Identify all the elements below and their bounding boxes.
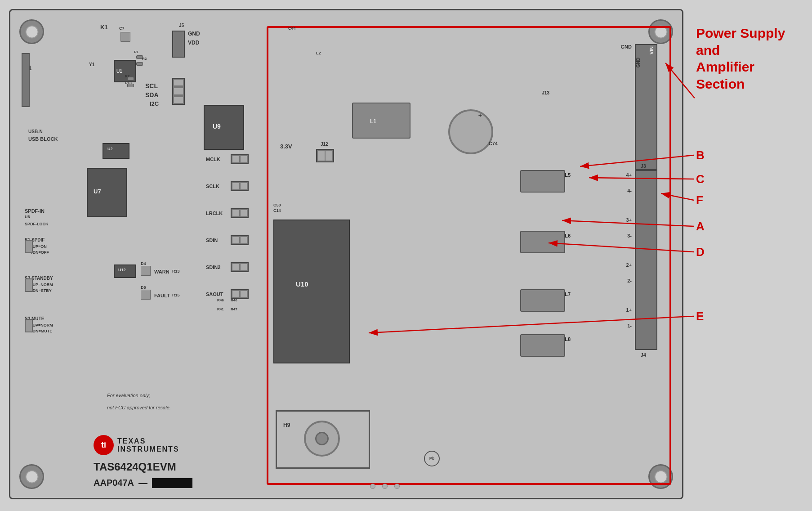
label-l6: L6 — [565, 233, 571, 238]
label-vdd-j5: VDD — [188, 40, 199, 46]
label-u7: U7 — [94, 188, 101, 195]
eval-text-line1: For evaluation only; — [107, 393, 171, 398]
label-j12: J12 — [321, 142, 328, 147]
arrow-label-D: D — [696, 245, 705, 259]
pb-text: Pb — [429, 457, 435, 461]
label-ch3minus: 3- — [627, 233, 632, 238]
switch-s3 — [25, 319, 33, 332]
arrow-label-C: C — [696, 172, 705, 186]
arrow-label-B: B — [696, 148, 705, 162]
label-r46: R46 — [217, 298, 224, 302]
ti-logo-circle: ti — [94, 435, 114, 455]
label-s1-dn: ↓DN=OFF — [31, 250, 49, 255]
label-r40: R40 — [231, 298, 237, 302]
ti-name: TEXAS — [117, 437, 179, 445]
connector-j7 — [172, 78, 185, 105]
label-scl: SCL — [145, 82, 158, 90]
label-j13: J13 — [542, 90, 549, 95]
eval-text-line2: not FCC approved for resale. — [107, 405, 171, 410]
label-ch1plus: 1+ — [626, 307, 632, 313]
connector-j1 — [22, 53, 30, 107]
label-y1: Y1 — [89, 62, 94, 67]
label-ch4plus: 4+ — [626, 172, 632, 178]
label-saout: SAOUT — [206, 291, 223, 297]
inductor-l7 — [520, 289, 565, 312]
ic-u2 — [103, 143, 129, 159]
label-l1: L1 — [370, 118, 376, 125]
label-spdf-lock: SPDF-LOCK — [25, 222, 49, 226]
section-line: Section — [696, 76, 785, 93]
amplifier-line: Amplifier — [696, 58, 785, 76]
label-sdin: SDIN — [206, 238, 218, 243]
h9-circle — [304, 421, 340, 457]
label-fault: FAULT — [154, 293, 170, 298]
label-ch4minus: 4- — [627, 188, 632, 193]
cap-c7 — [120, 32, 130, 42]
mounting-hole-tl — [19, 19, 44, 44]
inductor-l8 — [520, 334, 565, 357]
connector-j5 — [172, 31, 185, 58]
connector-j12 — [316, 149, 334, 162]
board-title: TAS6424Q1EVM — [94, 461, 176, 473]
conn-sclk — [231, 181, 249, 191]
via-2 — [382, 484, 388, 489]
label-s2-up: ↑UP=NORM — [31, 282, 53, 287]
label-u6: U6 — [25, 215, 30, 219]
label-mclk: MCLK — [206, 157, 220, 162]
label-sdin2: SDIN2 — [206, 264, 220, 270]
ti-logo-text: ti — [101, 440, 106, 450]
mounting-hole-bl — [19, 464, 44, 489]
label-ch3plus: 3+ — [626, 217, 632, 223]
conn-saout — [231, 289, 249, 299]
label-spdf-in: SPDF-IN — [25, 208, 45, 214]
label-r7: R7 — [125, 74, 129, 78]
switch-s1 — [25, 240, 33, 253]
label-c7: C7 — [119, 26, 125, 31]
label-j4: J4 — [641, 352, 646, 358]
ic-u7 — [87, 168, 127, 217]
conn-lrclk — [231, 208, 249, 218]
label-lrclk: LRCLK — [206, 211, 223, 216]
label-r18: R18 — [125, 81, 132, 85]
label-j5: J5 — [179, 23, 184, 28]
label-s3-up: ↑UP=NORM — [31, 323, 53, 327]
label-d4: D4 — [141, 261, 146, 266]
label-u10: U10 — [296, 280, 308, 288]
label-warn: WARN — [154, 269, 170, 274]
label-l5: L5 — [565, 172, 571, 178]
conn-sdin2 — [231, 262, 249, 272]
label-r2: R2 — [142, 57, 147, 61]
pcb-board: K1 J1 USB BLOCK USB-N U1 Y1 C7 U7 SPDF-I… — [9, 9, 683, 499]
res-r2 — [136, 62, 143, 66]
label-r15: R15 — [172, 293, 180, 297]
arrow-label-E: E — [696, 309, 704, 323]
ti-name-container: TEXAS INSTRUMENTS — [117, 437, 179, 453]
inductor-l5 — [520, 170, 565, 193]
label-r1: R1 — [134, 50, 138, 54]
label-j3: J3 — [641, 163, 646, 169]
label-l8: L8 — [565, 336, 571, 342]
label-h9: H9 — [283, 422, 290, 428]
arrow-label-A: A — [696, 220, 705, 233]
label-vin: VIN — [649, 46, 654, 54]
label-sda: SDA — [145, 91, 159, 99]
label-l2: L2 — [316, 51, 321, 55]
inductor-l1 — [352, 103, 410, 139]
led-warn — [141, 266, 151, 276]
ti-logo-area: ti TEXAS INSTRUMENTS — [94, 435, 179, 455]
vias-bottom — [370, 484, 400, 489]
board-part-dash: — — [138, 478, 147, 488]
arrow-label-F: F — [696, 193, 703, 207]
label-usb-block: USB BLOCK — [28, 136, 58, 142]
plus-c74: + — [478, 112, 482, 119]
label-r13: R13 — [172, 269, 180, 273]
label-l7: L7 — [565, 291, 571, 297]
label-c74: C74 — [489, 141, 498, 146]
label-u9: U9 — [213, 123, 221, 130]
power-supply-line2: and — [696, 42, 785, 59]
label-c50: C50 — [273, 203, 281, 207]
led-fault — [141, 290, 151, 300]
board-barcode — [152, 478, 192, 488]
label-sclk: SCLK — [206, 184, 219, 189]
label-k1: K1 — [100, 24, 108, 31]
